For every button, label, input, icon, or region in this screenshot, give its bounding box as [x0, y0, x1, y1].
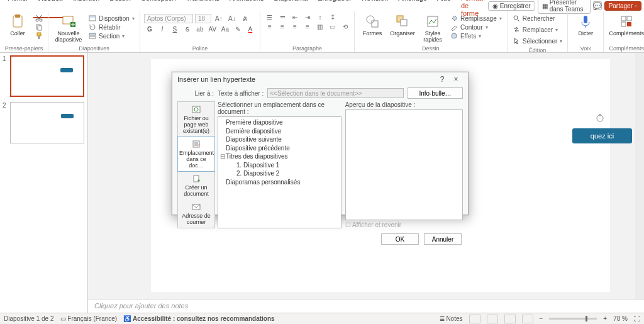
font-color-button[interactable]: A: [245, 26, 256, 33]
layout-button[interactable]: Disposition: [87, 14, 136, 23]
highlight-button[interactable]: ✎: [232, 26, 243, 33]
dictate-button[interactable]: Dicter: [572, 14, 599, 36]
view-slideshow-button[interactable]: [522, 315, 533, 323]
tree-item-next-slide[interactable]: Diapositive suivante: [226, 135, 339, 144]
justify-button[interactable]: ≡: [302, 23, 313, 30]
tree-group-slide-titles[interactable]: ⊟Titres des diapositives: [220, 152, 339, 161]
shadow-button[interactable]: ab: [194, 26, 206, 33]
place-tree[interactable]: Première diapositive Dernière diapositiv…: [218, 116, 341, 228]
numbering-button[interactable]: ≔: [277, 14, 288, 21]
zoom-out-button[interactable]: −: [540, 315, 543, 322]
brush-icon: [35, 32, 43, 40]
status-slide-counter: Diapositive 1 de 2: [4, 315, 54, 322]
screen-tip-button[interactable]: Info-bulle…: [408, 87, 463, 99]
share-button[interactable]: Partager: [604, 1, 641, 11]
char-spacing-button[interactable]: AV: [207, 26, 218, 33]
new-slide-button[interactable]: Nouvelle diapositive: [52, 14, 85, 43]
view-normal-button[interactable]: [469, 315, 480, 323]
shapes-button[interactable]: Formes: [358, 14, 386, 36]
align-center-button[interactable]: ≡: [277, 23, 288, 30]
share-button-label: Partager: [609, 3, 633, 9]
find-button[interactable]: Rechercher: [511, 14, 557, 23]
increase-font-button[interactable]: A↑: [213, 15, 225, 22]
align-text-button[interactable]: ▭: [327, 23, 338, 30]
indent-increase-button[interactable]: ⇥: [302, 14, 313, 21]
tree-item-slide-1[interactable]: 1. Diapositive 1: [236, 161, 339, 170]
slide-preview-box: [345, 109, 463, 220]
copy-button[interactable]: [34, 23, 44, 31]
replace-button[interactable]: Remplacer: [511, 25, 559, 34]
dialog-help-button[interactable]: ?: [435, 75, 449, 84]
group-font-label: Police: [143, 45, 257, 52]
change-case-button[interactable]: Aa: [219, 26, 231, 33]
format-painter-button[interactable]: [34, 31, 44, 40]
linkto-file-web-label: Fichier ou page web existant(e): [183, 115, 209, 134]
addins-button[interactable]: Compléments: [608, 14, 644, 36]
decrease-font-button[interactable]: A↓: [226, 15, 238, 22]
new-slide-icon: [61, 14, 76, 29]
smartart-convert-button[interactable]: ⟲: [340, 23, 351, 30]
align-right-button[interactable]: ≡: [289, 23, 301, 30]
thumbnail-slide-2[interactable]: [10, 102, 84, 143]
columns-button[interactable]: ▥: [314, 23, 326, 30]
indent-decrease-button[interactable]: ⇤: [289, 14, 301, 21]
arrange-button[interactable]: Organiser: [389, 14, 416, 36]
view-reading-button[interactable]: [504, 315, 516, 323]
linkto-file-web-tab[interactable]: Fichier ou page web existant(e): [178, 102, 214, 137]
tree-item-custom-shows[interactable]: Diaporamas personnalisés: [226, 178, 339, 187]
record-button[interactable]: ◉ Enregistrer: [488, 1, 535, 11]
zoom-slider[interactable]: [549, 318, 597, 320]
text-direction-button[interactable]: ↧: [327, 14, 338, 21]
quick-styles-button[interactable]: Styles rapides: [419, 14, 447, 43]
view-sorter-button[interactable]: [487, 315, 498, 323]
fit-to-window-button[interactable]: ⛶: [634, 315, 640, 322]
shape-fill-button[interactable]: Remplissage: [449, 14, 503, 23]
linkto-place-doc-tab[interactable]: Emplacement dans ce doc…: [177, 136, 215, 172]
status-language[interactable]: ▭ Français (France): [60, 315, 118, 322]
thumbnail-slide-1[interactable]: [10, 55, 84, 97]
thumbnail-pane[interactable]: 1 2: [0, 53, 88, 313]
align-left-button[interactable]: ≡: [264, 23, 275, 30]
shape-outline-button[interactable]: Contour: [449, 23, 503, 31]
paste-button[interactable]: Coller: [4, 14, 31, 36]
section-button[interactable]: Section: [87, 31, 136, 40]
italic-button[interactable]: I: [157, 26, 168, 33]
underline-button[interactable]: S: [169, 26, 180, 33]
status-accessibility[interactable]: ♿ Accessibilité : consultez nos recomman…: [123, 315, 274, 322]
cut-button[interactable]: [34, 14, 44, 23]
notes-pane[interactable]: Cliquez pour ajouter des notes: [88, 299, 644, 313]
reset-button[interactable]: Rétablir: [87, 23, 136, 31]
zoom-in-button[interactable]: +: [603, 315, 607, 322]
show-return-checkbox: ☐ Afficher et revenir: [345, 220, 463, 228]
tree-item-first-slide[interactable]: Première diapositive: [226, 118, 339, 127]
bold-button[interactable]: G: [144, 26, 155, 33]
group-clipboard: Coller Presse-papiers: [0, 11, 48, 52]
rotation-handle-icon[interactable]: [595, 113, 605, 123]
dialog-close-button[interactable]: ×: [449, 75, 463, 84]
linkto-email-tab[interactable]: Adresse de courrier: [178, 199, 214, 228]
svg-rect-15: [372, 21, 378, 27]
tree-item-prev-slide[interactable]: Diapositive précédente: [226, 144, 339, 153]
select-button[interactable]: Sélectionner: [511, 36, 564, 45]
link-to-label: Lier à :: [177, 90, 214, 97]
selected-shape[interactable]: quez ici: [572, 128, 632, 143]
thumb-shape-icon: [60, 68, 73, 72]
font-name-combo[interactable]: Aptos (Corps): [144, 14, 193, 23]
linkto-new-doc-label: Créer un document: [184, 184, 209, 197]
font-size-combo[interactable]: 18: [195, 14, 211, 23]
notes-toggle-button[interactable]: ≣ Notes: [440, 315, 463, 322]
cancel-button[interactable]: Annuler: [424, 233, 462, 245]
strike-button[interactable]: S̶: [182, 26, 193, 33]
linkto-new-doc-tab[interactable]: Créer un document: [178, 171, 214, 199]
shape-effects-button[interactable]: Effets: [449, 31, 503, 40]
comments-toggle-button[interactable]: 💬: [593, 1, 602, 10]
clear-formatting-button[interactable]: A̷: [240, 15, 251, 22]
ok-button[interactable]: OK: [381, 233, 419, 245]
show-return-label: Afficher et revenir: [352, 221, 401, 228]
line-spacing-button[interactable]: ↕: [314, 14, 326, 21]
tree-item-last-slide[interactable]: Dernière diapositive: [226, 127, 339, 136]
bullets-button[interactable]: ☰: [264, 14, 275, 21]
vertical-scrollbar[interactable]: [635, 53, 644, 299]
zoom-percent[interactable]: 78 %: [613, 315, 628, 322]
tree-item-slide-2[interactable]: 2. Diapositive 2: [236, 169, 339, 178]
